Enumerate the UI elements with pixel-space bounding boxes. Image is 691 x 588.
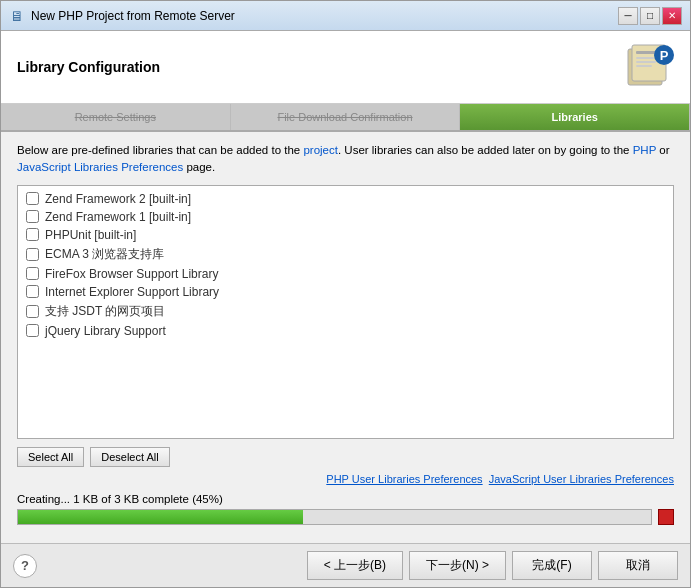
bottom-bar: ? < 上一步(B) 下一步(N) > 完成(F) 取消 <box>1 543 690 587</box>
svg-rect-5 <box>636 65 652 67</box>
library-label: ECMA 3 浏览器支持库 <box>45 246 164 263</box>
svg-rect-3 <box>636 57 654 59</box>
library-label: PHPUnit [built-in] <box>45 228 136 242</box>
library-label: jQuery Library Support <box>45 324 166 338</box>
progress-label: Creating... 1 KB of 3 KB complete (45%) <box>17 493 674 505</box>
window-title: New PHP Project from Remote Server <box>31 9 618 23</box>
step-libraries: Libraries <box>460 104 690 130</box>
php-pref-link-inline[interactable]: PHP <box>633 144 656 156</box>
library-label: Zend Framework 1 [built-in] <box>45 210 191 224</box>
library-checkbox[interactable] <box>26 228 39 241</box>
main-window: 🖥 New PHP Project from Remote Server ─ □… <box>0 0 691 588</box>
library-label: 支持 JSDT 的网页项目 <box>45 303 165 320</box>
window-controls: ─ □ ✕ <box>618 7 682 25</box>
progress-fill <box>18 510 303 524</box>
list-item: Zend Framework 2 [built-in] <box>18 190 673 208</box>
deselect-all-button[interactable]: Deselect All <box>90 447 169 467</box>
minimize-button[interactable]: ─ <box>618 7 638 25</box>
js-user-libraries-link[interactable]: JavaScript User Libraries Preferences <box>489 473 674 485</box>
library-label: Internet Explorer Support Library <box>45 285 219 299</box>
page-title: Library Configuration <box>17 59 160 75</box>
back-button[interactable]: < 上一步(B) <box>307 551 403 580</box>
progress-area: Creating... 1 KB of 3 KB complete (45%) <box>17 493 674 525</box>
title-bar: 🖥 New PHP Project from Remote Server ─ □… <box>1 1 690 31</box>
list-item: ECMA 3 浏览器支持库 <box>18 244 673 265</box>
php-user-libraries-link[interactable]: PHP User Libraries Preferences <box>326 473 482 485</box>
list-item: jQuery Library Support <box>18 322 673 340</box>
stop-button[interactable] <box>658 509 674 525</box>
library-checkbox[interactable] <box>26 324 39 337</box>
maximize-button[interactable]: □ <box>640 7 660 25</box>
list-item: Internet Explorer Support Library <box>18 283 673 301</box>
close-button[interactable]: ✕ <box>662 7 682 25</box>
selection-buttons: Select All Deselect All <box>17 447 674 467</box>
library-checkbox[interactable] <box>26 192 39 205</box>
preferences-links: PHP User Libraries Preferences JavaScrip… <box>17 473 674 485</box>
list-item: FireFox Browser Support Library <box>18 265 673 283</box>
select-all-button[interactable]: Select All <box>17 447 84 467</box>
header-section: Library Configuration P <box>1 31 690 104</box>
svg-rect-4 <box>636 61 656 63</box>
step-file-download: File Download Confirmation <box>231 104 461 130</box>
finish-button[interactable]: 完成(F) <box>512 551 592 580</box>
step-remote-settings: Remote Settings <box>1 104 231 130</box>
library-checkbox[interactable] <box>26 248 39 261</box>
help-button[interactable]: ? <box>13 554 37 578</box>
library-checkbox[interactable] <box>26 305 39 318</box>
project-link[interactable]: project <box>303 144 338 156</box>
cancel-button[interactable]: 取消 <box>598 551 678 580</box>
window-icon: 🖥 <box>9 8 25 24</box>
library-label: Zend Framework 2 [built-in] <box>45 192 191 206</box>
next-button[interactable]: 下一步(N) > <box>409 551 506 580</box>
progress-row <box>17 509 674 525</box>
library-label: FireFox Browser Support Library <box>45 267 218 281</box>
wizard-steps: Remote Settings File Download Confirmati… <box>1 104 690 132</box>
list-item: Zend Framework 1 [built-in] <box>18 208 673 226</box>
svg-text:P: P <box>660 48 669 63</box>
library-checkbox[interactable] <box>26 267 39 280</box>
library-checkbox[interactable] <box>26 285 39 298</box>
list-item: 支持 JSDT 的网页项目 <box>18 301 673 322</box>
content-area: Below are pre-defined libraries that can… <box>1 132 690 543</box>
library-checkbox[interactable] <box>26 210 39 223</box>
header-icon: P <box>626 43 674 91</box>
navigation-buttons: < 上一步(B) 下一步(N) > 完成(F) 取消 <box>307 551 678 580</box>
js-pref-link-inline[interactable]: JavaScript Libraries Preferences <box>17 161 183 173</box>
list-item: PHPUnit [built-in] <box>18 226 673 244</box>
libraries-list: Zend Framework 2 [built-in]Zend Framewor… <box>17 185 674 440</box>
progress-track <box>17 509 652 525</box>
description-text: Below are pre-defined libraries that can… <box>17 142 674 177</box>
